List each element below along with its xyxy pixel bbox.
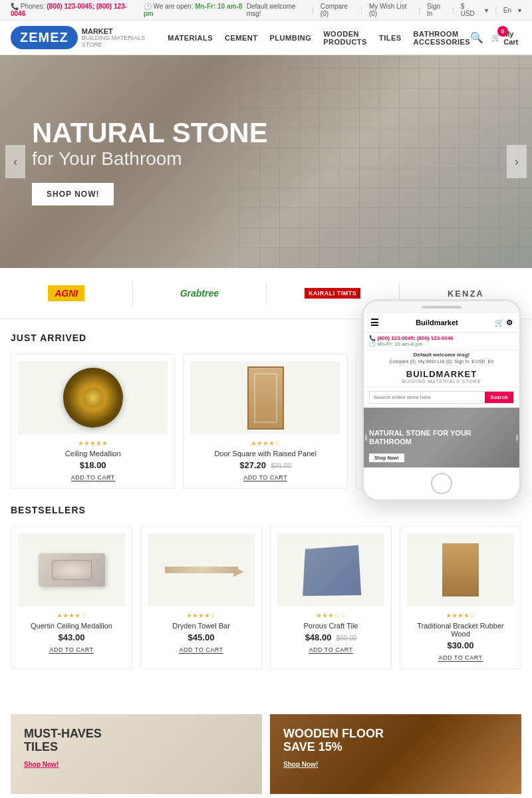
brand-kenza-logo: KENZA — [448, 289, 484, 299]
mobile-hero-cta[interactable]: Shop Now! — [369, 454, 404, 462]
logo[interactable]: ZEMEZ — [11, 26, 78, 49]
bs-name-4: Traditional Bracket Rubber Wood — [407, 622, 514, 638]
compare-link[interactable]: Compare (0) — [321, 3, 354, 17]
promo-wood-content: WOODEN FLOORSAVE 15% Shop Now! — [283, 728, 384, 769]
bs-product-image-2 — [148, 533, 255, 606]
cart-button[interactable]: 0 🛒 My Cart — [491, 30, 521, 46]
hero-next-button[interactable]: › — [507, 145, 527, 178]
mobile-cart-icon: 🛒 — [495, 319, 504, 327]
bs-product-2: ★★★★☆ Dryden Towel Bar $45.00 ADD TO CAR… — [140, 526, 262, 669]
search-icon-button[interactable]: 🔍 — [470, 31, 483, 44]
nav-cement[interactable]: Cement — [225, 34, 257, 42]
mobile-phone: 📞 (800) 123-0045; (800) 123-0046 — [369, 335, 514, 341]
bs-cart-4[interactable]: ADD TO CART — [438, 654, 482, 662]
bs-stars-2: ★★★★☆ — [148, 612, 255, 619]
nav-tiles[interactable]: Tiles — [379, 34, 402, 42]
add-to-cart-1[interactable]: ADD TO CART — [71, 474, 115, 481]
sep2: | — [360, 7, 362, 14]
sep5: | — [495, 7, 497, 14]
mobile-hours: 🕐 Mn-Fr: 10 am-8 pm — [369, 341, 514, 347]
price-original-2: $31.00 — [271, 462, 291, 469]
mobile-home-button[interactable] — [364, 467, 519, 499]
nav-bathroom[interactable]: Bathroom Accessories — [414, 30, 471, 46]
product-card-door: ★★★★☆ Door Square with Raised Panel $27.… — [183, 354, 347, 489]
ceiling-medallion-img — [39, 553, 105, 587]
mobile-search-button[interactable]: Search — [485, 392, 513, 403]
bs-stars-1: ★★★★☆ — [18, 612, 125, 619]
tiles-img — [303, 545, 361, 595]
mobile-menu-icon: ☰ — [370, 317, 379, 328]
product-card-medallion: ★★★★★ Ceiling Medallion $18.00 ADD TO CA… — [11, 354, 175, 489]
signin-link[interactable]: Sign In — [427, 3, 446, 17]
mobile-search-bar: Search — [369, 391, 514, 404]
mobile-hero-next[interactable]: › — [516, 434, 518, 442]
bs-cart-1[interactable]: ADD TO CART — [49, 646, 93, 654]
sep1: | — [312, 7, 314, 14]
promo-wood: WOODEN FLOORSAVE 15% Shop Now! — [270, 714, 521, 794]
header: ZEMEZ MARKET BUILDING MATERIALS STORE Ma… — [0, 21, 532, 55]
mobile-hero-text: NATURAL STONE for Your Bathroom — [369, 429, 514, 446]
top-bar-right: Default welcome msg! | Compare (0) | My … — [247, 3, 521, 17]
price-value-1: $18.00 — [80, 460, 106, 470]
promo-banners: MUST-HAVESTILES Shop Now! WOODEN FLOORSA… — [0, 704, 532, 798]
hero-title: NATURAL STONE — [32, 118, 268, 148]
mobile-brand-sub: BUIDING MATERIALS STORE — [366, 379, 517, 384]
promo-tiles-content: MUST-HAVESTILES Shop Now! — [24, 728, 102, 769]
mobile-brand-title: BUILDMARKET — [366, 369, 517, 379]
hero-content: NATURAL STONE for Your Bathroom Shop Now… — [0, 96, 300, 227]
sep4: | — [452, 7, 454, 14]
mobile-links: Compare (0) My Wish List (0) Sign In $ U… — [364, 359, 519, 364]
bs-name-2: Dryden Towel Bar — [148, 622, 255, 630]
brand-agni-logo: AGNI — [48, 285, 84, 301]
bestsellers-section: BESTSELLERS ★★★★☆ Quertin Ceiling Medall… — [11, 505, 521, 669]
promo-tiles-cta[interactable]: Shop Now! — [24, 761, 59, 768]
mobile-branding: BUILDMARKET BUIDING MATERIALS STORE — [364, 364, 519, 387]
brand-agni[interactable]: AGNI — [0, 280, 133, 307]
hero-cta-button[interactable]: Shop Now! — [32, 183, 114, 205]
brand-grabtree-logo: Grabtree — [180, 288, 219, 299]
mobile-nav-title: Buildmarket — [416, 319, 458, 327]
welcome-msg: Default welcome msg! — [247, 3, 305, 17]
bestsellers-title: BESTSELLERS — [11, 505, 521, 515]
header-icons: 🔍 0 🛒 My Cart — [470, 30, 521, 46]
product-name-1: Ceiling Medallion — [18, 450, 168, 458]
bs-product-image-4 — [407, 533, 514, 606]
brand-grabtree[interactable]: Grabtree — [133, 283, 266, 304]
bs-price-4: $30.00 — [407, 640, 514, 650]
hero-subtitle: for Your Bathroom — [32, 148, 268, 170]
mobile-wishlist: My Wish List (0) — [418, 359, 452, 364]
mobile-hero: ‹ NATURAL STONE for Your Bathroom › Shop… — [364, 408, 519, 467]
rubber-wood-img — [442, 543, 479, 597]
phone-label: Phones: — [21, 3, 45, 10]
add-to-cart-2[interactable]: ADD TO CART — [243, 474, 287, 481]
nav-wooden[interactable]: Wooden Products — [323, 30, 367, 46]
top-bar-left: 📞 Phones: (800) 123-0045; (800) 123-0046… — [11, 3, 247, 17]
promo-wood-cta[interactable]: Shop Now! — [283, 761, 318, 768]
nav-materials[interactable]: Materials — [168, 34, 213, 42]
bs-name-3: Porous Craft Tile — [277, 622, 384, 630]
nav-plumbing[interactable]: Plumbing — [270, 34, 312, 42]
product-name-2: Door Square with Raised Panel — [190, 450, 340, 458]
mobile-mockup: ☰ Buildmarket 🛒 ⚙ 📞 (800) 123-0045; (800… — [362, 299, 521, 501]
product-stars-2: ★★★★☆ — [190, 440, 340, 447]
bs-price-val-3: $48.00 — [305, 632, 332, 642]
language-selector[interactable]: En — [503, 7, 511, 14]
bs-product-3: ★★★☆☆ Porous Craft Tile $48.00 $60.00 AD… — [270, 526, 392, 669]
wishlist-link[interactable]: My Wish List (0) — [369, 3, 412, 17]
product-price-2: $27.20 $31.00 — [190, 460, 340, 470]
phone-info: 📞 Phones: (800) 123-0045; (800) 123-0046 — [11, 3, 133, 17]
mobile-notch — [364, 301, 519, 313]
brand-kairali-logo: KAIRALI TIMTS — [305, 288, 361, 299]
bs-cart-2[interactable]: ADD TO CART — [179, 646, 223, 654]
currency-selector[interactable]: $ USD — [461, 3, 479, 17]
promo-wood-title: WOODEN FLOORSAVE 15% — [283, 728, 384, 754]
bs-cart-3[interactable]: ADD TO CART — [309, 646, 352, 654]
mobile-nav-icons: 🛒 ⚙ — [495, 319, 513, 327]
mobile-search-input[interactable] — [370, 392, 485, 403]
bs-product-1: ★★★★☆ Quertin Ceiling Medallion $43.00 A… — [11, 526, 132, 669]
promo-tiles: MUST-HAVESTILES Shop Now! — [11, 714, 262, 794]
bs-name-1: Quertin Ceiling Medallion — [18, 622, 125, 630]
mobile-hero-prev[interactable]: ‹ — [365, 434, 367, 442]
notch-bar — [422, 306, 462, 309]
bs-product-image-1 — [18, 533, 125, 606]
